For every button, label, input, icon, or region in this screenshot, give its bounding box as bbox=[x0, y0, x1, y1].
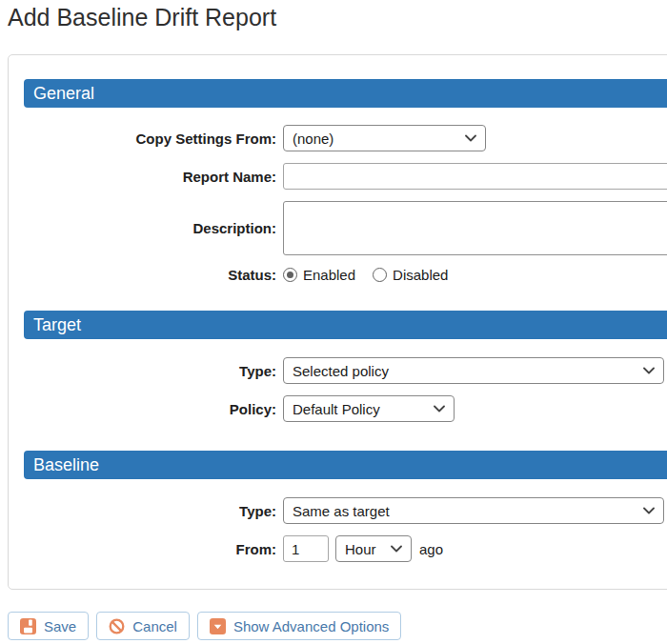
baseline-from-unit-select[interactable]: Hour bbox=[335, 535, 412, 562]
section-header-target: Target bbox=[24, 311, 667, 339]
status-radio-disabled[interactable]: Disabled bbox=[373, 267, 448, 283]
target-type-row: Type: Selected policy bbox=[24, 357, 667, 384]
show-advanced-options-button[interactable]: Show Advanced Options bbox=[197, 612, 401, 640]
radio-disabled-label: Disabled bbox=[393, 267, 448, 283]
target-type-label: Type: bbox=[24, 363, 276, 379]
button-bar: Save Cancel Show Advanced Options bbox=[8, 612, 667, 640]
save-icon bbox=[20, 618, 36, 634]
description-label: Description: bbox=[24, 220, 276, 236]
chevron-down-icon bbox=[391, 545, 402, 553]
status-label: Status: bbox=[24, 267, 276, 283]
chevron-down-icon bbox=[434, 405, 445, 413]
cancel-icon bbox=[109, 618, 125, 634]
target-policy-label: Policy: bbox=[24, 401, 276, 417]
cancel-button[interactable]: Cancel bbox=[96, 612, 190, 640]
target-policy-selected-value: Default Policy bbox=[293, 401, 380, 417]
baseline-type-label: Type: bbox=[24, 503, 276, 519]
baseline-from-suffix: ago bbox=[419, 541, 443, 557]
chevron-down-icon bbox=[465, 134, 476, 142]
baseline-from-label: From: bbox=[24, 541, 276, 557]
description-row: Description: bbox=[24, 201, 667, 255]
page-title: Add Baseline Drift Report bbox=[8, 3, 667, 31]
copy-settings-row: Copy Settings From: (none) bbox=[24, 125, 667, 151]
section-header-general: General bbox=[24, 79, 667, 108]
copy-settings-selected-value: (none) bbox=[293, 131, 334, 147]
report-name-label: Report Name: bbox=[24, 169, 276, 185]
caret-down-square-icon bbox=[210, 618, 226, 634]
section-title-baseline: Baseline bbox=[33, 455, 99, 475]
show-advanced-options-label: Show Advanced Options bbox=[233, 618, 389, 634]
baseline-from-value-input[interactable] bbox=[283, 535, 329, 562]
baseline-from-row: From: Hour ago bbox=[24, 535, 667, 562]
cancel-button-label: Cancel bbox=[132, 618, 177, 634]
status-radio-enabled[interactable]: Enabled bbox=[283, 267, 355, 283]
chevron-down-icon bbox=[643, 507, 655, 514]
save-button[interactable]: Save bbox=[8, 612, 89, 640]
target-policy-row: Policy: Default Policy bbox=[24, 395, 667, 422]
target-type-selected-value: Selected policy bbox=[293, 363, 389, 379]
radio-enabled-icon bbox=[283, 268, 297, 282]
report-name-input[interactable] bbox=[283, 163, 667, 190]
report-name-row: Report Name: bbox=[24, 163, 667, 190]
target-policy-select[interactable]: Default Policy bbox=[283, 395, 455, 422]
copy-settings-select[interactable]: (none) bbox=[283, 125, 486, 151]
status-row: Status: Enabled Disabled bbox=[24, 267, 667, 283]
radio-disabled-icon bbox=[373, 268, 387, 282]
baseline-from-unit-selected-value: Hour bbox=[345, 541, 376, 557]
description-textarea[interactable] bbox=[283, 201, 667, 255]
save-button-label: Save bbox=[44, 618, 76, 634]
form-panel: General Copy Settings From: (none) Repor… bbox=[8, 54, 667, 590]
baseline-type-select[interactable]: Same as target bbox=[283, 497, 664, 524]
section-title-general: General bbox=[33, 84, 94, 104]
section-title-target: Target bbox=[33, 315, 81, 335]
copy-settings-label: Copy Settings From: bbox=[24, 131, 276, 147]
section-header-baseline: Baseline bbox=[24, 451, 667, 479]
radio-enabled-label: Enabled bbox=[303, 267, 355, 283]
target-type-select[interactable]: Selected policy bbox=[283, 357, 664, 384]
baseline-type-selected-value: Same as target bbox=[293, 503, 390, 519]
baseline-type-row: Type: Same as target bbox=[24, 497, 667, 524]
chevron-down-icon bbox=[643, 367, 655, 374]
